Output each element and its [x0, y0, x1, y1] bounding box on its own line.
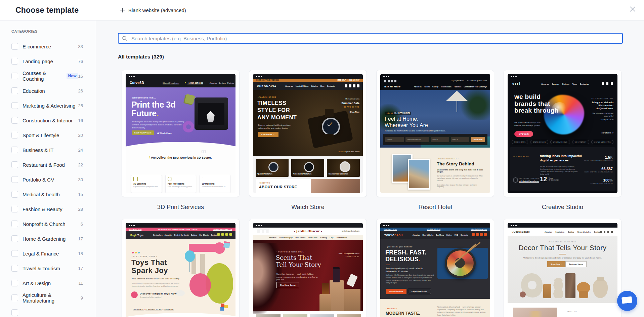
sidebar-item-art-design[interactable]: Art & Design11: [0, 276, 96, 290]
globe-icon: [513, 177, 518, 183]
close-icon: [629, 5, 636, 13]
preview-cta: Roll Into Flavor: [386, 289, 406, 294]
checkbox[interactable]: [11, 147, 18, 153]
sidebar-item-home-gardening[interactable]: Home & Gardening17: [0, 231, 96, 246]
template-card-watch-store[interactable]: FREE SHIPPING FROM $50 NEED HELP: +1 (80…: [249, 70, 367, 197]
sidebar-item-agriculture-manufacturing[interactable]: Agriculture & Manufacturing9: [0, 290, 96, 305]
template-title: Creative Studio: [504, 197, 621, 219]
checkbox[interactable]: [11, 250, 18, 257]
feature-card: Post-Processing From smoothing to finish…: [165, 175, 196, 193]
template-cell: CCozySSpace About usInspirationCatalogNe…: [504, 219, 621, 317]
template-preview: FREE SHIPPING FROM $50 NEED HELP: +1 (80…: [253, 74, 363, 193]
template-cell: Open 8 am - 10 pm +1 (234) 567 89 00 tok…: [376, 219, 494, 317]
sidebar-item-portfolio-cv[interactable]: Portfolio & CV30: [0, 172, 96, 187]
template-preview: +1 (234) 567 89 00 SHOWROOM: 325A KENSIN…: [126, 223, 235, 317]
blocks-graphic: [221, 304, 224, 307]
sidebar-item-education[interactable]: Education26: [0, 83, 96, 98]
page-title: Choose template: [15, 6, 79, 15]
checkbox[interactable]: [11, 117, 18, 124]
all-templates-heading: All templates (329): [118, 54, 164, 60]
social-icons: [602, 82, 613, 85]
hero-links: • DISCOUNTS • SEASONAL ITEMS • SHOP NOW: [132, 309, 174, 311]
template-card-resort-hotel[interactable]: +1 (234) 567 89 00 ISLADIMARE@EMAIL.COM …: [376, 70, 494, 197]
template-card-3d-print[interactable]: Curve3D 3d.print@email.com +1 (234) 567 …: [122, 70, 240, 197]
sidebar-item-business-it[interactable]: Business & IT24: [0, 143, 96, 157]
template-preview: +1 (234) 567 89 00 ISLADIMARE@EMAIL.COM …: [380, 74, 490, 193]
preview-nav: About usOur PhilosophyBest SellersNew Sc…: [253, 235, 363, 240]
tri-dots-graphic: [132, 252, 134, 253]
gift-box-graphic: [223, 241, 230, 248]
search-input[interactable]: [131, 35, 622, 42]
sidebar-item-sport-lifestyle[interactable]: Sport & Lifestyle20: [0, 128, 96, 143]
preview-brand: TOKYODASH: [384, 234, 403, 237]
years-label: YearsOf Experience: [549, 177, 559, 181]
sidebar-item-medical-health[interactable]: Medical & health15: [0, 187, 96, 202]
preview-headline: FRESH. FAST. DELISIOUS.: [385, 249, 426, 263]
checkbox[interactable]: [11, 191, 18, 198]
vase-graphic: [553, 278, 563, 298]
preview-headline: Toys ThatSpark Joy: [131, 259, 168, 275]
template-card-toys[interactable]: +1 (234) 567 89 00 SHOWROOM: 325A KENSIN…: [122, 219, 240, 317]
social-icons: [217, 233, 220, 236]
window-dots-icon: [383, 76, 385, 77]
template-grid: Curve3D 3d.print@email.com +1 (234) 567 …: [122, 70, 621, 317]
gallery-thumb: [256, 314, 281, 317]
chat-widget-button[interactable]: [617, 291, 637, 311]
window-dots-icon: [383, 225, 385, 226]
checkbox[interactable]: [11, 221, 18, 227]
checkbox[interactable]: [11, 43, 18, 50]
sidebar-item-landing-page[interactable]: Landing page76: [0, 54, 96, 69]
pedestal-graphic: [319, 294, 331, 311]
blank-website-button[interactable]: Blank website (advanced): [118, 5, 188, 15]
product-tile: Quartz Watches: [256, 159, 289, 177]
template-preview: ctrl About usServicesProjectsTeamContact…: [508, 74, 617, 193]
checkbox[interactable]: [11, 206, 18, 212]
preview-cta-secondary: Featured Items: [565, 261, 587, 267]
window-dots-icon: [256, 76, 257, 77]
checkbox[interactable]: [11, 235, 18, 242]
blank-website-label: Blank website (advanced): [128, 7, 186, 13]
close-button[interactable]: [626, 3, 639, 16]
social-icons: [345, 84, 359, 87]
checkbox[interactable]: [11, 58, 18, 65]
preview-cta: let's work: [514, 131, 533, 137]
preview-cta-secondary: Explore Our Sets: [408, 289, 431, 294]
preview-headline: Feel at Home,Wherever You Are: [385, 116, 428, 128]
discount-note: -10% off your first order: [338, 151, 359, 153]
template-card-creative-studio[interactable]: ctrl About usServicesProjectsTeamContact…: [504, 70, 621, 197]
preview-brand: CCozySSpace: [512, 230, 530, 233]
template-card-perfume[interactable]: - Jardin Obscur - jardinobscur@email.com…: [249, 219, 367, 317]
sidebar-item-nonprofit-church[interactable]: Nonprofit & Church6: [0, 216, 96, 231]
sidebar-item-fashion-beauty[interactable]: Fashion & Beauty28: [0, 202, 96, 216]
checkbox[interactable]: [11, 280, 18, 286]
feature-card: 3D Modeling Transform ideas into functio…: [200, 175, 230, 193]
template-card-sushi[interactable]: Open 8 am - 10 pm +1 (234) 567 89 00 tok…: [376, 219, 494, 317]
checkbox[interactable]: [11, 132, 18, 138]
pedestal-graphic: [330, 280, 344, 311]
template-cell: +1 (234) 567 89 00 ISLADIMARE@EMAIL.COM …: [376, 70, 494, 219]
template-card-decor[interactable]: CCozySSpace About usInspirationCatalogNe…: [504, 219, 621, 317]
template-preview: - Jardin Obscur - jardinobscur@email.com…: [253, 223, 363, 317]
sidebar-item-marketing-advertising[interactable]: Marketing & Advertising25: [0, 98, 96, 113]
sidebar-item-legal-finance[interactable]: Legal & Finance18: [0, 246, 96, 261]
sidebar-item-courses-coaching[interactable]: Courses & CoachingNew16: [0, 69, 96, 83]
vase-graphic: [593, 279, 608, 298]
checkbox[interactable]: [11, 102, 18, 109]
checkbox[interactable]: [11, 73, 18, 79]
vase-graphic: [520, 291, 526, 298]
checkbox[interactable]: [11, 265, 18, 272]
checkbox[interactable]: [11, 87, 18, 94]
sidebar-item-partial[interactable]: [0, 305, 96, 317]
sidebar-item-ecommerce[interactable]: E-commerce33: [0, 39, 96, 54]
preview-brand: Isla di Mare: [384, 85, 400, 88]
section-title: \ We Deliver the Best Services in 3D Sec…: [126, 156, 235, 159]
sidebar-item-construction-interior[interactable]: Construction & Interior16: [0, 113, 96, 128]
checkbox[interactable]: [11, 309, 18, 316]
sidebar-item-travel-tourism[interactable]: Travel & Tourism17: [0, 261, 96, 276]
checkbox[interactable]: [11, 294, 18, 301]
checkbox[interactable]: [11, 176, 18, 183]
vase-graphic: [543, 284, 551, 298]
checkbox[interactable]: [11, 161, 18, 168]
sidebar-item-restaurant-food[interactable]: Restaurant & Food22: [0, 157, 96, 172]
perfume-bottle-graphic: [322, 283, 329, 294]
